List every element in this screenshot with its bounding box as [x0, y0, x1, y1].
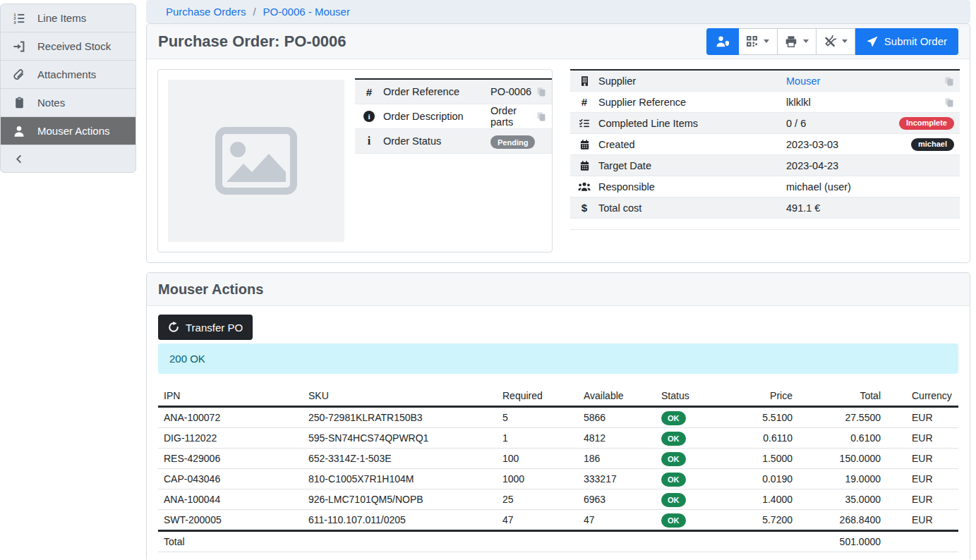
order-status-badge: Pending — [490, 135, 535, 149]
printer-icon — [785, 35, 797, 48]
table-total-label: Total — [158, 531, 818, 552]
copy-icon[interactable] — [944, 76, 954, 86]
sign-in-icon — [11, 40, 27, 53]
supplier-details-filler-row — [570, 219, 960, 230]
supplier-detail-row: # Supplier Reference lklklkl — [570, 92, 960, 113]
building-icon — [570, 75, 598, 87]
sidebar-item-attachments[interactable]: Attachments — [1, 61, 135, 89]
info-circle-icon: i — [355, 111, 383, 122]
hashtag-icon: # — [570, 96, 598, 108]
mouser-actions-card: Mouser Actions Transfer PO 200 OK — [146, 272, 970, 559]
qrcode-icon — [746, 35, 758, 47]
status-alert-text: 200 OK — [169, 353, 205, 365]
order-image-placeholder[interactable] — [168, 80, 344, 242]
status-badge: OK — [661, 513, 686, 528]
total-cost-value: 491.1 € — [786, 202, 954, 214]
mouser-actions-card-header: Mouser Actions — [147, 273, 970, 306]
status-badge: OK — [661, 432, 686, 446]
copy-icon[interactable] — [536, 87, 546, 97]
chevron-left-icon — [11, 154, 27, 164]
column-header-available: Available — [578, 386, 656, 407]
created-by-badge: michael — [911, 138, 954, 151]
breadcrumb-current-order-link[interactable]: PO-0006 - Mouser — [263, 6, 350, 18]
target-date-value: 2023-04-23 — [786, 160, 954, 171]
order-actions-button[interactable] — [817, 28, 855, 55]
transfer-po-button[interactable]: Transfer PO — [158, 315, 253, 340]
clipboard-icon — [11, 97, 27, 109]
order-detail-row: i Order Description Order parts — [355, 104, 552, 129]
status-badge: OK — [661, 411, 686, 425]
supplier-reference-value: lklklkl — [786, 97, 944, 108]
sidebar-item-label: Mouser Actions — [37, 125, 110, 137]
incomplete-badge: Incomplete — [899, 117, 954, 130]
list-ol-icon: 1 2 3 — [11, 12, 27, 25]
order-details-table: # Order Reference PO-0006 i Order Descri… — [355, 78, 552, 154]
sidebar-item-notes[interactable]: Notes — [1, 89, 135, 117]
caret-down-icon — [764, 39, 769, 43]
status-alert: 200 OK — [158, 343, 958, 374]
table-row: ANA-100072 250-72981KLRATR150B3 5 5866 O… — [158, 407, 958, 428]
caret-down-icon — [803, 39, 809, 43]
copy-icon[interactable] — [944, 97, 954, 107]
info-icon: i — [355, 135, 383, 147]
breadcrumb-purchase-orders-link[interactable]: Purchase Orders — [166, 6, 246, 18]
sidebar-item-line-items[interactable]: 1 2 3 Line Items — [1, 4, 135, 32]
sidebar-item-label: Notes — [37, 97, 65, 109]
sidebar-item-label: Line Items — [37, 12, 86, 24]
user-icon — [11, 125, 27, 138]
responsible-value: michael (user) — [786, 181, 954, 193]
list-check-icon — [570, 118, 598, 129]
sidebar-collapse-button[interactable] — [1, 145, 135, 172]
hashtag-icon: # — [355, 86, 383, 98]
table-total-row: Total 501.0000 — [158, 531, 958, 552]
mouser-actions-title: Mouser Actions — [158, 281, 263, 298]
mouser-actions-table: IPN SKU Required Available Status Price … — [158, 386, 958, 552]
main-content: Purchase Orders / PO-0006 - Mouser Purch… — [146, 0, 970, 559]
supplier-detail-row: Supplier Mouser — [570, 71, 960, 92]
status-badge: OK — [661, 493, 686, 507]
sidebar-item-received-stock[interactable]: Received Stock — [1, 32, 135, 61]
supplier-link[interactable]: Mouser — [786, 75, 820, 87]
sidebar-item-label: Received Stock — [37, 40, 111, 52]
supplier-detail-row: Created 2023-03-03 michael — [570, 134, 960, 155]
paperclip-icon — [11, 68, 27, 81]
submit-order-button[interactable]: Submit Order — [855, 28, 958, 55]
user-permissions-button[interactable] — [706, 28, 739, 55]
page-title: Purchase Order: PO-0006 — [158, 32, 347, 51]
image-placeholder-icon — [215, 127, 297, 195]
sidebar-item-mouser-actions[interactable]: Mouser Actions — [1, 117, 135, 145]
dollar-icon: $ — [570, 202, 598, 214]
order-summary-box: # Order Reference PO-0006 i Order Descri… — [157, 69, 553, 252]
supplier-details-table: Supplier Mouser # Supplier Reference lkl… — [570, 69, 960, 230]
user-shield-icon — [716, 35, 729, 48]
sidebar: 1 2 3 Line Items Received Stock — [0, 4, 136, 173]
table-row: CAP-043046 810-C1005X7R1H104M 1000 33321… — [158, 469, 958, 489]
supplier-detail-row: Target Date 2023-04-23 — [570, 155, 960, 176]
caret-down-icon — [842, 39, 848, 43]
users-icon — [570, 181, 598, 192]
order-description-value: Order parts — [490, 105, 536, 128]
supplier-detail-row: $ Total cost 491.1 € — [570, 197, 960, 219]
transfer-po-label: Transfer PO — [186, 322, 243, 334]
table-header-row: IPN SKU Required Available Status Price … — [158, 386, 958, 407]
breadcrumb: Purchase Orders / PO-0006 - Mouser — [146, 0, 970, 23]
column-header-total: Total — [818, 386, 906, 407]
table-row: ANA-100044 926-LMC7101QM5/NOPB 25 6963 O… — [158, 489, 958, 510]
calendar-icon — [570, 139, 598, 150]
table-total-value: 501.0000 — [818, 531, 906, 552]
barcode-actions-button[interactable] — [739, 28, 778, 55]
copy-icon[interactable] — [536, 111, 546, 121]
order-toolbar: Submit Order — [706, 28, 958, 55]
column-header-sku: SKU — [303, 386, 497, 407]
completed-line-items-value: 0 / 6 — [786, 118, 899, 129]
column-header-currency: Currency — [906, 386, 958, 407]
order-detail-row: i Order Status Pending — [355, 129, 552, 154]
status-badge: OK — [661, 452, 686, 466]
calendar-icon — [570, 160, 598, 171]
purchase-order-card-header: Purchase Order: PO-0006 — [147, 24, 970, 59]
paper-plane-icon — [867, 36, 878, 47]
print-actions-button[interactable] — [778, 28, 817, 55]
supplier-detail-row: Completed Line Items 0 / 6 Incomplete — [570, 113, 960, 134]
status-badge: OK — [661, 473, 686, 487]
submit-order-label: Submit Order — [884, 35, 947, 47]
